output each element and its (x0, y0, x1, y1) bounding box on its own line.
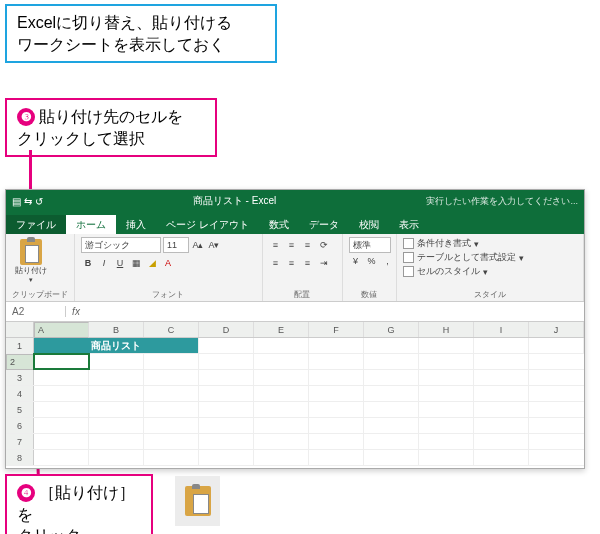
tab-insert[interactable]: 挿入 (116, 215, 156, 234)
align-right-icon[interactable]: ≡ (301, 255, 315, 271)
cell[interactable] (364, 402, 419, 417)
cell[interactable] (474, 354, 529, 369)
cell[interactable] (144, 386, 199, 401)
cell[interactable] (309, 418, 364, 433)
cell[interactable] (419, 386, 474, 401)
comma-icon[interactable]: , (381, 253, 395, 269)
font-color-button[interactable]: A (161, 255, 175, 271)
col-header-g[interactable]: G (364, 322, 419, 337)
cell[interactable] (474, 434, 529, 449)
cell[interactable] (144, 402, 199, 417)
border-button[interactable]: ▦ (129, 255, 143, 271)
name-box[interactable]: A2 (6, 306, 66, 317)
cell[interactable] (34, 370, 89, 385)
align-bot-icon[interactable]: ≡ (301, 237, 315, 253)
cell[interactable] (254, 354, 309, 369)
cell[interactable] (89, 370, 144, 385)
cell[interactable] (474, 370, 529, 385)
cell[interactable] (254, 434, 309, 449)
cell[interactable] (34, 450, 89, 465)
col-header-h[interactable]: H (419, 322, 474, 337)
tab-file[interactable]: ファイル (6, 215, 66, 234)
tab-page-layout[interactable]: ページ レイアウト (156, 215, 259, 234)
cell[interactable] (254, 450, 309, 465)
align-center-icon[interactable]: ≡ (285, 255, 299, 271)
fill-color-button[interactable]: ◢ (145, 255, 159, 271)
cell[interactable] (254, 370, 309, 385)
cell[interactable] (144, 354, 199, 369)
cell[interactable] (199, 450, 254, 465)
row-header-3[interactable]: 3 (6, 370, 34, 385)
tab-home[interactable]: ホーム (66, 215, 116, 234)
fx-icon[interactable]: fx (66, 306, 86, 317)
align-top-icon[interactable]: ≡ (269, 237, 283, 253)
indent-icon[interactable]: ⇥ (317, 255, 331, 271)
col-header-i[interactable]: I (474, 322, 529, 337)
cell[interactable] (419, 434, 474, 449)
cell[interactable] (419, 402, 474, 417)
cell[interactable] (254, 402, 309, 417)
cell[interactable] (144, 418, 199, 433)
col-header-c[interactable]: C (144, 322, 199, 337)
cell[interactable] (474, 338, 529, 353)
font-size-select[interactable]: 11 (163, 237, 189, 253)
cell[interactable] (419, 418, 474, 433)
cell[interactable] (199, 418, 254, 433)
row-header-4[interactable]: 4 (6, 386, 34, 401)
cell[interactable] (199, 386, 254, 401)
select-all-corner[interactable] (6, 322, 34, 337)
cell[interactable] (254, 386, 309, 401)
tab-view[interactable]: 表示 (389, 215, 429, 234)
currency-icon[interactable]: ¥ (349, 253, 363, 269)
cell[interactable] (199, 338, 254, 353)
cell[interactable] (474, 386, 529, 401)
cell[interactable] (364, 418, 419, 433)
cell[interactable] (364, 354, 419, 369)
number-format-select[interactable]: 標準 (349, 237, 391, 253)
underline-button[interactable]: U (113, 255, 127, 271)
cell[interactable] (309, 434, 364, 449)
cell[interactable] (89, 354, 144, 369)
bold-button[interactable]: B (81, 255, 95, 271)
row-header-8[interactable]: 8 (6, 450, 34, 465)
row-header-2[interactable]: 2 (6, 354, 34, 370)
row-header-6[interactable]: 6 (6, 418, 34, 433)
cell[interactable] (199, 434, 254, 449)
col-header-b[interactable]: B (89, 322, 144, 337)
cell[interactable] (199, 402, 254, 417)
cell[interactable] (364, 370, 419, 385)
tab-review[interactable]: 校閲 (349, 215, 389, 234)
cell[interactable] (419, 354, 474, 369)
col-header-e[interactable]: E (254, 322, 309, 337)
cell[interactable] (254, 418, 309, 433)
cell[interactable] (474, 418, 529, 433)
cell[interactable] (364, 338, 419, 353)
orientation-icon[interactable]: ⟳ (317, 237, 331, 253)
cell[interactable] (254, 338, 309, 353)
tab-data[interactable]: データ (299, 215, 349, 234)
increase-font-icon[interactable]: A▴ (191, 237, 205, 253)
col-header-d[interactable]: D (199, 322, 254, 337)
row-header-5[interactable]: 5 (6, 402, 34, 417)
cell[interactable] (309, 402, 364, 417)
cell[interactable] (309, 386, 364, 401)
font-name-select[interactable]: 游ゴシック (81, 237, 161, 253)
cell[interactable] (144, 434, 199, 449)
italic-button[interactable]: I (97, 255, 111, 271)
cell[interactable] (419, 338, 474, 353)
cell[interactable] (419, 370, 474, 385)
cell[interactable] (309, 354, 364, 369)
align-mid-icon[interactable]: ≡ (285, 237, 299, 253)
decrease-font-icon[interactable]: A▾ (207, 237, 221, 253)
cell[interactable] (474, 402, 529, 417)
cell[interactable] (199, 354, 254, 369)
align-left-icon[interactable]: ≡ (269, 255, 283, 271)
cell[interactable] (89, 450, 144, 465)
col-header-a[interactable]: A (34, 322, 89, 338)
spreadsheet-grid[interactable]: A B C D E F G H I J 1 商品リスト 2 3 4 5 6 7 … (6, 322, 584, 466)
cell[interactable] (364, 434, 419, 449)
cell-styles-button[interactable]: セルのスタイル ▾ (403, 265, 578, 278)
cell-a2-active[interactable] (34, 354, 89, 369)
cell[interactable] (89, 386, 144, 401)
paste-button[interactable]: 貼り付け ▾ (12, 237, 50, 284)
